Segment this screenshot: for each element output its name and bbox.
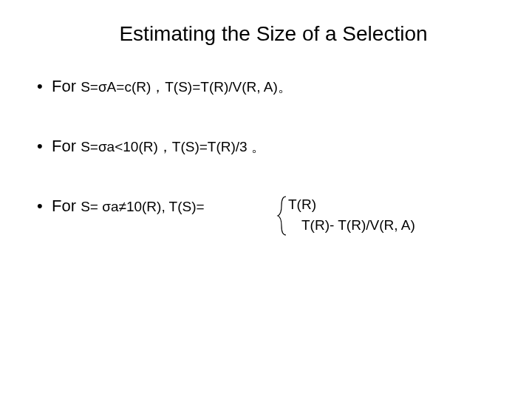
bullet-item-1: For S=σA=c(R)，T(S)=T(R)/V(R, A)。 <box>37 75 495 98</box>
formula-1: S=σA=c(R)，T(S)=T(R)/V(R, A)。 <box>81 79 292 95</box>
for-label: For <box>52 77 81 95</box>
bullet-list: For S=σA=c(R)，T(S)=T(R)/V(R, A)。 For S=σ… <box>37 75 495 217</box>
slide: Estimating the Size of a Selection For S… <box>0 0 532 399</box>
formula-2: S=σa<10(R)，T(S)=T(R)/3 。 <box>81 139 265 154</box>
slide-title: Estimating the Size of a Selection <box>37 22 495 46</box>
branch-2: T(R)- T(R)/V(R, A) <box>301 216 415 236</box>
for-label: For <box>52 137 81 155</box>
bullet-item-2: For S=σa<10(R)，T(S)=T(R)/3 。 <box>37 135 495 158</box>
formula-3-prefix: S= σa≠10(R), T(S)= <box>81 199 205 214</box>
branch-1: T(R) <box>288 195 316 215</box>
bullet-item-3: For S= σa≠10(R), T(S)= T(R) T(R)- T(R)/V… <box>37 195 495 218</box>
for-label: For <box>52 197 81 215</box>
formula-3-wrap: For S= σa≠10(R), T(S)= T(R) T(R)- T(R)/V… <box>52 195 495 218</box>
